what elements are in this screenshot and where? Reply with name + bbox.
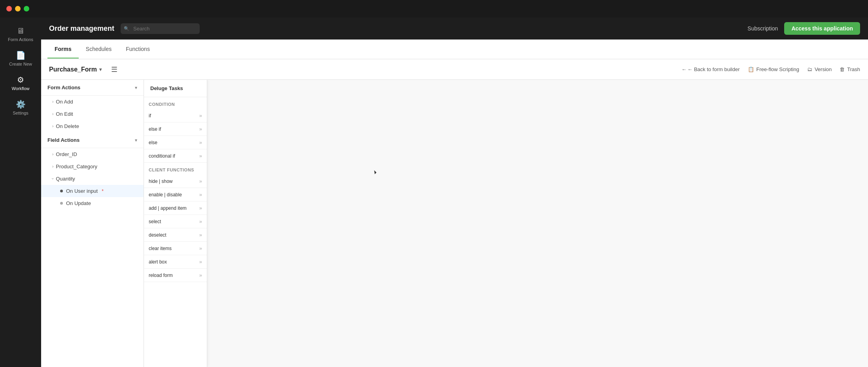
version-icon: 🗂	[807, 66, 812, 72]
tree-item-order-id[interactable]: › Order_ID	[41, 148, 144, 160]
titlebar	[0, 0, 868, 17]
else-arrow-icon: »	[199, 139, 202, 145]
condition-section-label: Condition	[144, 97, 207, 109]
sidebar-item-workflow[interactable]: ⚙ Workflow	[0, 71, 41, 96]
tree-item-on-delete[interactable]: › On Delete	[41, 120, 144, 132]
task-hide-show[interactable]: hide | show »	[144, 175, 207, 188]
on-delete-chevron-icon: ›	[52, 124, 53, 128]
back-arrow-icon: ←	[681, 66, 686, 72]
sub-item-on-update[interactable]: On Update	[41, 197, 144, 209]
sub-item-on-user-input[interactable]: On User input *	[41, 185, 144, 197]
field-actions-section-header[interactable]: Field Actions ▾	[41, 132, 144, 148]
task-else-if[interactable]: else if »	[144, 122, 207, 136]
search-wrap	[121, 23, 200, 34]
app-container: 🖥 Form Actions 📄 Create New ⚙ Workflow ⚙…	[0, 17, 868, 367]
field-actions-chevron-icon: ▾	[135, 137, 137, 143]
sidebar-item-create[interactable]: 📄 Create New	[0, 47, 41, 71]
workflow-icon: ⚙	[17, 76, 24, 84]
trash-button[interactable]: 🗑 Trash	[840, 66, 860, 72]
if-arrow-icon: »	[199, 113, 202, 119]
tree-item-on-edit[interactable]: › On Edit	[41, 108, 144, 120]
quantity-chevron-icon: ›	[51, 178, 55, 179]
maximize-button[interactable]	[24, 6, 29, 11]
close-button[interactable]	[6, 6, 12, 11]
task-conditional-if[interactable]: conditional if »	[144, 149, 207, 163]
cursor	[373, 171, 377, 175]
topbar: Order management Subscription Access thi…	[41, 17, 868, 40]
tab-functions[interactable]: Functions	[119, 40, 157, 58]
order-id-chevron-icon: ›	[52, 152, 53, 156]
sidebar-item-label: Form Actions	[8, 37, 33, 42]
hamburger-icon[interactable]: ☰	[111, 65, 117, 74]
freeflow-scripting-button[interactable]: 📋 Free-flow Scripting	[748, 66, 799, 72]
field-actions-label: Field Actions	[47, 137, 79, 143]
hide-show-arrow-icon: »	[199, 178, 202, 184]
product-category-chevron-icon: ›	[52, 164, 53, 169]
task-enable-disable[interactable]: enable | disable »	[144, 188, 207, 201]
on-user-input-dot	[60, 190, 63, 192]
required-star: *	[102, 188, 104, 194]
task-else[interactable]: else »	[144, 136, 207, 149]
add-append-arrow-icon: »	[199, 205, 202, 211]
form-actions-chevron-icon: ▾	[135, 85, 137, 90]
tab-forms[interactable]: Forms	[47, 40, 79, 58]
form-name-caret-icon: ▾	[99, 67, 102, 72]
task-add-append-item[interactable]: add | append item »	[144, 201, 207, 215]
main-split: Form Actions ▾ › On Add › On Edit › On D…	[41, 80, 868, 367]
tree-item-product-category[interactable]: › Product_Category	[41, 160, 144, 173]
header-actions: ← ← Back to form builder 📋 Free-flow Scr…	[681, 66, 860, 72]
on-add-chevron-icon: ›	[52, 100, 53, 104]
deselect-arrow-icon: »	[199, 232, 202, 238]
client-functions-section-label: Client functions	[144, 163, 207, 175]
tab-schedules[interactable]: Schedules	[79, 40, 119, 58]
back-to-form-builder-button[interactable]: ← ← Back to form builder	[681, 66, 739, 72]
freeflow-icon: 📋	[748, 66, 754, 72]
task-select[interactable]: select »	[144, 215, 207, 228]
minimize-button[interactable]	[15, 6, 21, 11]
form-actions-section-header[interactable]: Form Actions ▾	[41, 80, 144, 96]
tasks-panel-header: Deluge Tasks	[144, 80, 207, 97]
create-icon: 📄	[16, 51, 26, 59]
form-tabs-bar: Forms Schedules Functions	[41, 40, 868, 59]
topbar-right: Subscription Access this application	[747, 22, 860, 35]
search-input[interactable]	[121, 23, 200, 34]
on-edit-chevron-icon: ›	[52, 112, 53, 116]
form-name: Purchase_Form ▾	[49, 66, 102, 73]
task-deselect[interactable]: deselect »	[144, 228, 207, 242]
sidebar-settings-label: Settings	[13, 111, 28, 115]
clear-items-arrow-icon: »	[199, 245, 202, 251]
content-area: Order management Subscription Access thi…	[41, 17, 868, 367]
right-panel: Deluge Tasks Condition if » else if » el…	[144, 80, 868, 367]
form-header-bar: Purchase_Form ▾ ☰ ← ← Back to form build…	[41, 59, 868, 80]
enable-disable-arrow-icon: »	[199, 192, 202, 198]
form-actions-label: Form Actions	[47, 85, 80, 90]
alert-box-arrow-icon: »	[199, 259, 202, 265]
dashboard-icon: 🖥	[17, 27, 25, 35]
version-button[interactable]: 🗂 Version	[807, 66, 832, 72]
tasks-panel: Deluge Tasks Condition if » else if » el…	[144, 80, 207, 367]
select-arrow-icon: »	[199, 218, 202, 224]
sidebar-create-label: Create New	[9, 62, 32, 66]
task-if[interactable]: if »	[144, 109, 207, 122]
trash-icon: 🗑	[840, 66, 845, 72]
task-alert-box[interactable]: alert box »	[144, 255, 207, 269]
else-if-arrow-icon: »	[199, 126, 202, 132]
tree-item-quantity[interactable]: › Quantity	[41, 173, 144, 185]
on-update-dot	[60, 202, 63, 205]
sidebar: 🖥 Form Actions 📄 Create New ⚙ Workflow ⚙…	[0, 17, 41, 367]
access-application-button[interactable]: Access this application	[784, 22, 860, 35]
task-clear-items[interactable]: clear items »	[144, 242, 207, 255]
sidebar-item-settings[interactable]: ⚙️ Settings	[0, 96, 41, 120]
left-panel: Form Actions ▾ › On Add › On Edit › On D…	[41, 80, 144, 367]
settings-icon: ⚙️	[16, 100, 26, 108]
sidebar-item-dashboard[interactable]: 🖥 Form Actions	[0, 22, 41, 47]
app-title: Order management	[49, 24, 114, 33]
sidebar-workflow-label: Workflow	[11, 86, 29, 91]
task-reload-form[interactable]: reload form »	[144, 269, 207, 282]
conditional-if-arrow-icon: »	[199, 153, 202, 159]
reload-form-arrow-icon: »	[199, 272, 202, 278]
tree-item-on-add[interactable]: › On Add	[41, 96, 144, 108]
subscription-button[interactable]: Subscription	[747, 25, 778, 32]
